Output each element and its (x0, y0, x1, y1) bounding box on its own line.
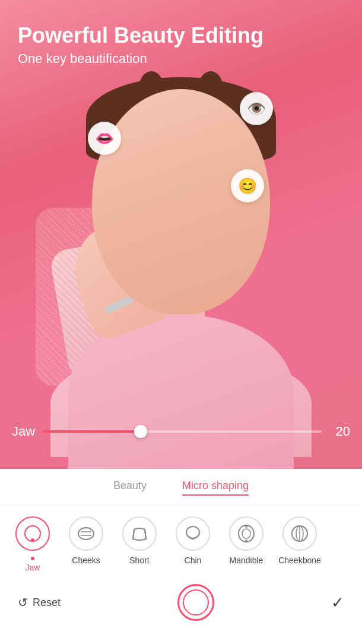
jaw-svg-icon (23, 524, 43, 544)
mode-tabs: Beauty Micro shaping (0, 469, 362, 505)
reset-label: Reset (33, 597, 61, 609)
tool-chin-label: Chin (185, 556, 202, 565)
tool-jaw[interactable]: Jaw (6, 516, 59, 572)
capture-inner-ring (183, 589, 209, 616)
confirm-button[interactable]: ✓ (331, 594, 344, 612)
svg-point-2 (78, 528, 94, 540)
slider-track[interactable] (43, 430, 322, 433)
svg-point-1 (31, 538, 34, 542)
tool-mandible-icon-wrap (229, 516, 263, 551)
slider-value: 20 (329, 424, 350, 439)
tool-short-label: Short (129, 556, 149, 565)
title-block: Powerful Beauty Editing One key beautifi… (18, 24, 263, 66)
jaw-slider-area: Jaw 20 (12, 424, 350, 439)
tool-mandible[interactable]: Mandible (220, 516, 273, 565)
svg-point-5 (186, 526, 199, 538)
lips-icon: 👄 (95, 129, 114, 148)
bottom-actions: ↺ Reset ✓ (0, 578, 362, 621)
tools-row: Jaw Cheeks Short (0, 505, 362, 578)
tool-cheekbone-icon-wrap (282, 516, 317, 551)
tool-mandible-label: Mandible (230, 556, 263, 565)
main-title: Powerful Beauty Editing (18, 24, 263, 47)
slider-thumb[interactable] (134, 425, 147, 438)
face-icon: 😊 (238, 177, 257, 195)
slider-fill (43, 430, 141, 433)
short-svg-icon (129, 524, 150, 544)
cheeks-svg-icon (76, 524, 96, 544)
reset-icon: ↺ (18, 595, 28, 610)
slider-label: Jaw (12, 424, 36, 439)
svg-point-6 (239, 525, 254, 542)
reset-button[interactable]: ↺ Reset (18, 595, 61, 610)
tool-cheeks[interactable]: Cheeks (59, 516, 113, 565)
svg-point-7 (242, 529, 250, 538)
tool-cheekbone[interactable]: Cheekbone (273, 516, 326, 565)
tool-chin-icon-wrap (176, 516, 210, 551)
tool-jaw-icon-wrap (15, 516, 50, 551)
bottom-panel: Beauty Micro shaping Jaw (0, 469, 362, 644)
float-icon-eye[interactable]: 👁️ (240, 92, 273, 125)
confirm-icon: ✓ (331, 594, 344, 611)
tool-jaw-label: Jaw (26, 563, 40, 572)
mandible-svg-icon (236, 524, 256, 544)
photo-editing-area: Powerful Beauty Editing One key beautifi… (0, 0, 362, 469)
float-icon-lips[interactable]: 👄 (88, 122, 121, 155)
tab-micro-shaping[interactable]: Micro shaping (182, 480, 249, 496)
tool-short-icon-wrap (122, 516, 157, 551)
capture-button[interactable] (177, 584, 214, 621)
tab-beauty[interactable]: Beauty (113, 480, 147, 496)
tool-cheekbone-label: Cheekbone (278, 556, 321, 565)
tool-chin[interactable]: Chin (166, 516, 220, 565)
eye-icon: 👁️ (247, 100, 266, 118)
cheekbone-svg-icon (290, 524, 310, 544)
sub-title: One key beautification (18, 51, 263, 66)
tool-jaw-dot (31, 557, 34, 560)
tool-short[interactable]: Short (113, 516, 166, 565)
tool-cheeks-icon-wrap (69, 516, 103, 551)
tool-cheeks-label: Cheeks (72, 556, 100, 565)
svg-point-8 (245, 525, 247, 528)
svg-point-9 (245, 540, 247, 542)
chin-svg-icon (183, 524, 203, 544)
face-area (39, 77, 323, 421)
float-icon-face[interactable]: 😊 (231, 169, 264, 202)
